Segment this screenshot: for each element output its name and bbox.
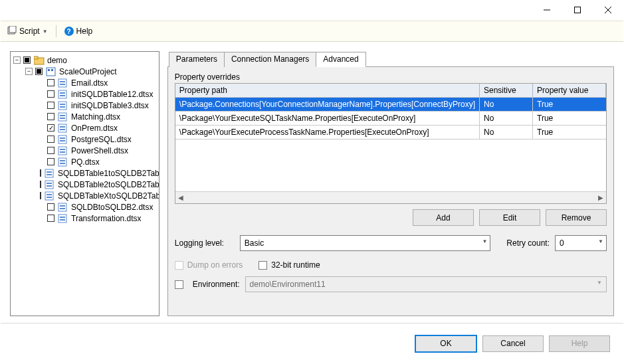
script-icon: [7, 26, 17, 37]
checkbox[interactable]: [47, 124, 54, 132]
svg-rect-25: [60, 129, 65, 130]
tab-advanced[interactable]: Advanced: [316, 52, 365, 67]
checkbox[interactable]: [47, 203, 54, 211]
tree-node-package[interactable]: OnPrem.dtsx: [37, 122, 157, 134]
override-buttons: Add Edit Remove: [175, 209, 607, 226]
checkbox[interactable]: [47, 90, 54, 98]
scroll-left-icon[interactable]: ◀: [175, 192, 187, 203]
svg-rect-35: [45, 169, 53, 177]
tree-node-package[interactable]: Matching.dtsx: [37, 111, 157, 122]
help-button[interactable]: ? Help: [62, 25, 96, 37]
col-property-path[interactable]: Property path: [175, 84, 480, 97]
cell-value: True: [533, 126, 606, 139]
property-overrides-grid[interactable]: Property path Sensitive Property value \…: [175, 83, 607, 204]
cell-sensitive: No: [480, 126, 533, 139]
checkbox[interactable]: [47, 147, 54, 154]
retry-count-label: Retry count:: [506, 238, 550, 248]
table-row[interactable]: \Package\YourExecuteProcessTaskName.Prop…: [175, 126, 606, 139]
tree-node-root[interactable]: − demo: [13, 54, 157, 66]
edit-button[interactable]: Edit: [479, 209, 540, 226]
tree-node-project[interactable]: − ScaleOutProject: [25, 66, 157, 77]
tree-label: SQLDBtoSQLDB2.dtsx: [70, 203, 153, 212]
tree-node-package[interactable]: SQLDBTableXtoSQLDB2TableY.dtsx: [37, 190, 157, 201]
tree-node-package[interactable]: Transformation.dtsx: [37, 213, 157, 224]
expander-placeholder: [37, 79, 45, 86]
checkbox[interactable]: [47, 136, 54, 143]
svg-rect-18: [60, 104, 65, 105]
script-menu-button[interactable]: Script ▼: [5, 25, 51, 39]
ok-button[interactable]: OK: [415, 335, 477, 353]
checkbox[interactable]: [47, 215, 54, 222]
chevron-down-icon: ▼: [597, 280, 602, 286]
expander-placeholder: [37, 147, 45, 154]
horizontal-scrollbar[interactable]: ◀ ▶: [175, 191, 606, 203]
checkbox[interactable]: [47, 79, 54, 86]
checkbox-icon[interactable]: [259, 261, 267, 270]
minimize-button[interactable]: [532, 1, 562, 19]
remove-button[interactable]: Remove: [546, 209, 607, 226]
checkbox[interactable]: [23, 56, 31, 64]
expander-placeholder: [37, 158, 45, 165]
logging-level-select[interactable]: Basic ▼: [240, 235, 490, 251]
checkbox[interactable]: [47, 102, 54, 109]
cancel-button[interactable]: Cancel: [482, 335, 544, 352]
retry-count-value: 0: [560, 238, 564, 248]
checkbox[interactable]: [47, 113, 54, 120]
environment-checkbox[interactable]: [175, 280, 183, 289]
svg-rect-48: [60, 217, 65, 218]
package-icon: [45, 179, 55, 190]
expander-placeholder: [37, 102, 45, 109]
expander-icon[interactable]: −: [13, 56, 21, 64]
tree-node-package[interactable]: initSQLDBTable12.dtsx: [37, 88, 157, 100]
svg-rect-42: [47, 194, 52, 195]
dialog-window: Script ▼ ? Help − demo: [0, 0, 624, 364]
checkbox[interactable]: [40, 192, 41, 199]
table-row[interactable]: \Package.Connections[YourConnectionManag…: [175, 98, 606, 112]
svg-line-3: [605, 7, 611, 13]
property-overrides-heading: Property overrides: [175, 72, 607, 82]
checkbox[interactable]: [35, 68, 43, 75]
package-icon: [45, 191, 55, 201]
checkbox[interactable]: [40, 181, 41, 188]
table-row[interactable]: \Package\YourExecuteSQLTaskName.Properti…: [175, 112, 606, 126]
expander-placeholder: [37, 90, 45, 98]
tree-node-package[interactable]: SQLDBtoSQLDB2.dtsx: [37, 201, 157, 213]
svg-rect-49: [60, 219, 65, 221]
script-label: Script: [19, 27, 40, 36]
32bit-runtime-checkbox[interactable]: 32-bit runtime: [259, 260, 320, 270]
svg-rect-33: [60, 160, 65, 161]
tree-node-package[interactable]: Email.dtsx: [37, 77, 157, 88]
svg-rect-8: [47, 68, 55, 76]
tab-connection-managers[interactable]: Connection Managers: [224, 52, 316, 67]
svg-rect-23: [58, 124, 66, 132]
main-area: − demo −: [1, 42, 623, 323]
package-icon: [58, 134, 68, 145]
tree-label: OnPrem.dtsx: [70, 124, 118, 133]
maximize-button[interactable]: [562, 1, 593, 19]
cell-path: \Package\YourExecuteSQLTaskName.Properti…: [175, 112, 480, 125]
package-icon: [58, 213, 68, 224]
tree-node-package[interactable]: SQLDBTable2toSQLDB2Table2.dtsx: [37, 179, 157, 190]
tree-label: PowerShell.dtsx: [70, 146, 128, 155]
close-button[interactable]: [593, 1, 623, 19]
tree-node-package[interactable]: SQLDBTable1toSQLDB2Table1.dtsx: [37, 167, 157, 179]
tree-node-package[interactable]: initSQLDBTable3.dtsx: [37, 100, 157, 111]
retry-count-select[interactable]: 0 ▼: [555, 235, 607, 251]
tree-node-package[interactable]: PQ.dtsx: [37, 156, 157, 167]
checkbox[interactable]: [47, 158, 54, 165]
checkbox[interactable]: [40, 169, 41, 177]
folder-icon: [34, 55, 45, 66]
package-tree[interactable]: − demo −: [10, 51, 159, 316]
col-property-value[interactable]: Property value: [533, 84, 606, 97]
cell-sensitive: No: [480, 112, 533, 125]
svg-rect-44: [58, 203, 66, 211]
svg-rect-31: [60, 151, 65, 153]
col-sensitive[interactable]: Sensitive: [480, 84, 533, 97]
scroll-right-icon[interactable]: ▶: [595, 192, 606, 203]
expander-icon[interactable]: −: [25, 68, 33, 75]
cell-value: True: [533, 112, 606, 125]
add-button[interactable]: Add: [413, 209, 474, 226]
tree-node-package[interactable]: PostgreSQL.dtsx: [37, 134, 157, 145]
tab-parameters[interactable]: Parameters: [169, 52, 224, 67]
tree-node-package[interactable]: PowerShell.dtsx: [37, 145, 157, 156]
